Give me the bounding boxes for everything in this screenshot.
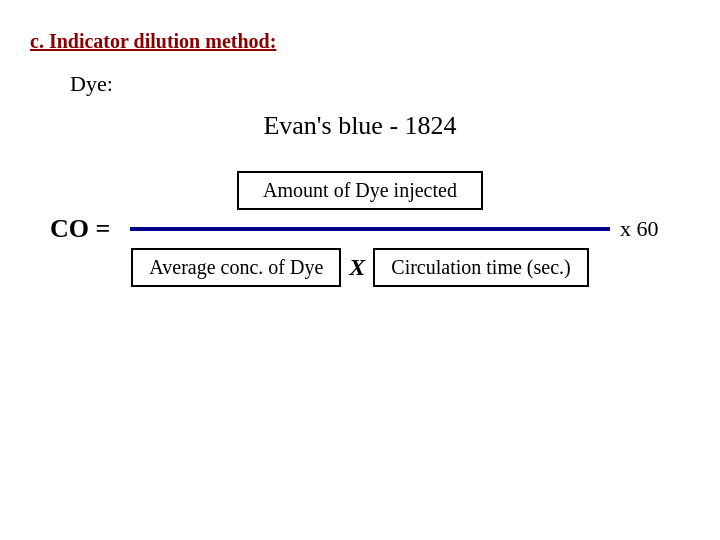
page: c. Indicator dilution method: Dye: Evan'… [0, 0, 720, 540]
page-title: c. Indicator dilution method: [30, 30, 690, 53]
numerator-box: Amount of Dye injected [237, 171, 483, 210]
denominator-circ-box: Circulation time (sec.) [373, 248, 588, 287]
formula-area: Amount of Dye injected CO = x 60 Average… [50, 171, 670, 287]
denominator-avg-box: Average conc. of Dye [131, 248, 341, 287]
fraction-line [130, 227, 610, 231]
x60-label: x 60 [620, 216, 670, 242]
multiply-symbol: X [349, 254, 365, 281]
denominator-row: Average conc. of Dye X Circulation time … [50, 248, 670, 287]
numerator-row: Amount of Dye injected [50, 171, 670, 210]
evans-blue-text: Evan's blue - 1824 [30, 111, 690, 141]
co-label: CO = [50, 214, 120, 244]
co-row: CO = x 60 [50, 214, 670, 244]
dye-label: Dye: [70, 71, 690, 97]
